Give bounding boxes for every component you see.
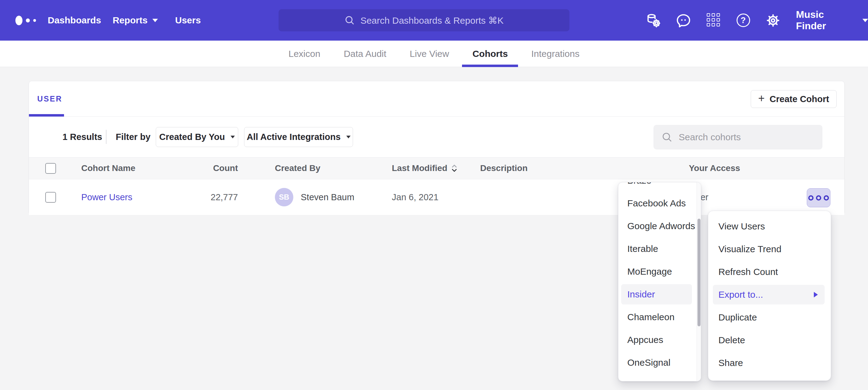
apps-grid-icon[interactable] bbox=[706, 13, 720, 28]
tab-cohorts[interactable]: Cohorts bbox=[471, 41, 510, 67]
project-switcher[interactable]: Music Finder bbox=[796, 0, 868, 41]
database-gear-icon bbox=[646, 13, 661, 28]
global-search-placeholder: Search Dashboards & Reports ⌘K bbox=[361, 15, 503, 26]
nav-dashboards[interactable]: Dashboards bbox=[48, 0, 101, 41]
select-all-checkbox[interactable] bbox=[45, 163, 56, 174]
menu-item-label: Refresh Count bbox=[718, 267, 778, 277]
menu-item-delete[interactable]: Delete bbox=[708, 329, 831, 352]
grid-cell bbox=[712, 13, 715, 17]
menu-item-label: Google Adwords bbox=[627, 221, 695, 231]
chevron-down-icon bbox=[230, 136, 235, 138]
tab-lexicon[interactable]: Lexicon bbox=[286, 41, 322, 67]
menu-item-label: Iterable bbox=[627, 243, 658, 254]
header-description: Description bbox=[480, 158, 528, 179]
tab-label: Live View bbox=[410, 48, 449, 59]
search-icon bbox=[661, 132, 673, 143]
menu-item-label: Visualize Trend bbox=[718, 244, 781, 254]
header-last-modified-label: Last Modified bbox=[392, 163, 447, 173]
menu-item-refresh-count[interactable]: Refresh Count bbox=[708, 261, 831, 283]
settings-gear-icon[interactable] bbox=[766, 13, 780, 28]
cohort-type-header: USER + Create Cohort bbox=[29, 81, 844, 117]
grid-cell bbox=[707, 13, 710, 17]
menu-item-chameleon[interactable]: Chameleon bbox=[618, 306, 697, 328]
created-by-filter-dropdown[interactable]: Created By You bbox=[156, 127, 238, 147]
row-actions-button[interactable] bbox=[807, 188, 831, 207]
grid-cell bbox=[717, 18, 720, 22]
mixpanel-dots-logo[interactable] bbox=[16, 0, 36, 41]
navbar-icon-group: ? bbox=[646, 0, 780, 41]
integrations-filter-value: All Active Integrations bbox=[247, 132, 340, 142]
tab-integrations[interactable]: Integrations bbox=[529, 41, 582, 67]
active-tab-underline bbox=[29, 114, 64, 117]
logo-dot-medium bbox=[26, 19, 30, 23]
menu-item-export-to[interactable]: Export to... bbox=[713, 285, 825, 304]
row-checkbox[interactable] bbox=[45, 192, 56, 203]
row-actions-context-menu: View Users Visualize Trend Refresh Count… bbox=[708, 211, 831, 381]
logo-dot-large bbox=[16, 16, 23, 25]
tab-data-audit[interactable]: Data Audit bbox=[342, 41, 388, 67]
header-your-access: Your Access bbox=[689, 158, 740, 179]
menu-item-braze[interactable]: Braze bbox=[618, 182, 697, 192]
menu-item-label: View Users bbox=[718, 221, 765, 232]
header-last-modified-sort[interactable]: Last Modified bbox=[392, 158, 458, 179]
cohort-search-input[interactable] bbox=[679, 132, 802, 142]
feedback-icon[interactable] bbox=[676, 13, 691, 28]
export-submenu: Braze Facebook Ads Google Adwords Iterab… bbox=[618, 182, 701, 381]
chevron-down-icon bbox=[152, 19, 158, 22]
top-navbar: Dashboards Reports Users Search Dashboar… bbox=[0, 0, 868, 41]
help-icon[interactable]: ? bbox=[736, 13, 750, 28]
menu-item-duplicate[interactable]: Duplicate bbox=[708, 306, 831, 329]
menu-item-view-users[interactable]: View Users bbox=[708, 215, 831, 238]
menu-item-label: OneSignal bbox=[627, 357, 671, 368]
menu-item-appcues[interactable]: Appcues bbox=[618, 328, 697, 351]
tab-label: Data Audit bbox=[344, 48, 386, 59]
tab-label: Integrations bbox=[531, 48, 580, 59]
integrations-filter-dropdown[interactable]: All Active Integrations bbox=[244, 127, 353, 147]
grid-cell bbox=[707, 23, 710, 27]
menu-item-google-adwords[interactable]: Google Adwords bbox=[618, 215, 697, 237]
chevron-down-icon bbox=[863, 19, 868, 22]
menu-item-insider[interactable]: Insider bbox=[621, 284, 692, 304]
menu-item-label: Facebook Ads bbox=[627, 198, 686, 208]
last-modified-date: Jan 6, 2021 bbox=[392, 179, 439, 215]
table-row: Power Users 22,777 SB Steven Baum Jan 6,… bbox=[29, 179, 844, 215]
grid-cell bbox=[712, 23, 715, 27]
search-icon bbox=[344, 15, 355, 26]
divider bbox=[106, 130, 106, 144]
menu-item-label: MoEngage bbox=[627, 266, 672, 277]
grid-cell bbox=[717, 23, 720, 27]
user-tab-label: USER bbox=[37, 94, 62, 103]
menu-item-label: Delete bbox=[718, 335, 745, 346]
chevron-down-icon bbox=[346, 136, 350, 138]
filter-by-label: Filter by bbox=[116, 117, 151, 157]
avatar: SB bbox=[275, 188, 293, 206]
menu-item-iterable[interactable]: Iterable bbox=[618, 237, 697, 260]
project-name: Music Finder bbox=[796, 9, 855, 32]
sort-icon bbox=[451, 164, 458, 172]
create-cohort-button[interactable]: + Create Cohort bbox=[751, 90, 837, 108]
data-management-icon[interactable] bbox=[646, 13, 661, 28]
menu-item-label: Share bbox=[718, 358, 743, 368]
menu-item-facebook-ads[interactable]: Facebook Ads bbox=[618, 192, 697, 215]
menu-item-share[interactable]: Share bbox=[708, 352, 831, 374]
question-mark-icon: ? bbox=[737, 13, 750, 27]
submenu-scrollbar-track[interactable] bbox=[696, 183, 701, 381]
menu-item-visualize-trend[interactable]: Visualize Trend bbox=[708, 238, 831, 261]
table-header-row: Cohort Name Count Created By Last Modifi… bbox=[29, 157, 844, 179]
tab-user-cohorts[interactable]: USER bbox=[29, 81, 62, 117]
menu-item-onesignal[interactable]: OneSignal bbox=[618, 351, 697, 374]
nav-dashboards-label: Dashboards bbox=[48, 15, 101, 26]
nav-users[interactable]: Users bbox=[175, 0, 201, 41]
submenu-scrollbar-thumb[interactable] bbox=[698, 219, 701, 326]
header-count: Count bbox=[167, 158, 238, 179]
cohort-name-link[interactable]: Power Users bbox=[81, 192, 132, 202]
nav-reports[interactable]: Reports bbox=[113, 0, 158, 41]
nav-users-label: Users bbox=[175, 15, 201, 26]
global-search-input[interactable]: Search Dashboards & Reports ⌘K bbox=[279, 9, 569, 31]
menu-item-moengage[interactable]: MoEngage bbox=[618, 260, 697, 283]
gear-icon bbox=[766, 13, 780, 28]
tab-live-view[interactable]: Live View bbox=[408, 41, 451, 67]
menu-item-label: Insider bbox=[627, 289, 655, 300]
created-by-name: Steven Baum bbox=[301, 192, 354, 202]
grid-cell bbox=[707, 18, 710, 22]
